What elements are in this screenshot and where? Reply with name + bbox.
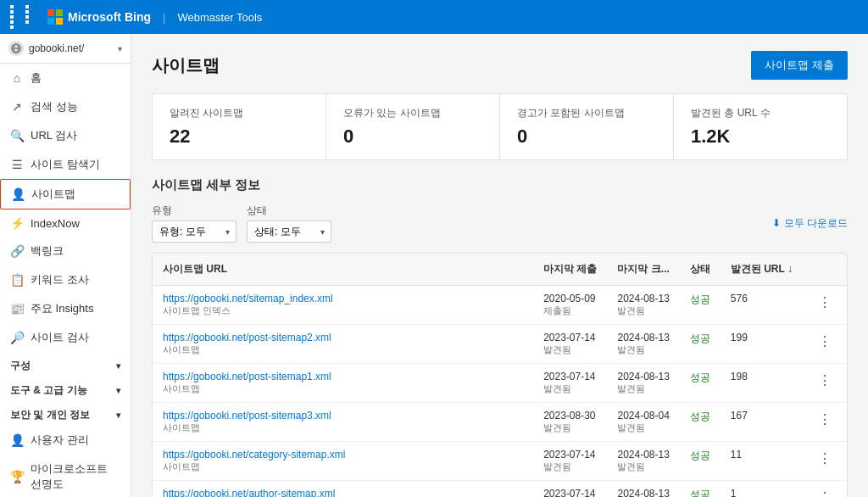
cell-url: https://gobooki.net/author-sitemap.xml 사… [153, 481, 533, 498]
ambassador-icon: 🏆 [10, 470, 24, 483]
col-urls[interactable]: 발견된 URL ↓ [721, 254, 803, 286]
topbar: Microsoft Bing | Webmaster Tools [0, 0, 868, 34]
table-section-title: 사이트맵 세부 정보 [152, 177, 848, 193]
col-url-label: 사이트맵 URL [163, 263, 227, 275]
table-row: https://gobooki.net/post-sitemap3.xml 사이… [153, 403, 847, 442]
download-all-link[interactable]: ⬇ 모두 다운로드 [772, 216, 848, 231]
filter-status-wrapper: 상태: 모두 [247, 221, 331, 243]
stat-total-value: 1.2K [691, 126, 830, 148]
submitted-sub: 발견됨 [543, 461, 597, 473]
nav-item-site-explorer[interactable]: ☰ 사이트 탐색기 [0, 150, 131, 179]
insights-icon: 📰 [10, 302, 24, 316]
filter-type-select[interactable]: 유형: 모두 [152, 221, 236, 243]
section-config[interactable]: 구성 ▾ [0, 352, 131, 377]
nav-item-site-search[interactable]: 🔎 사이트 검사 [0, 323, 131, 352]
row-more-button[interactable]: ⋮ [813, 449, 837, 468]
app-name: Microsoft Bing [68, 10, 151, 24]
nav-item-insights[interactable]: 📰 주요 Insights [0, 294, 131, 323]
submitted-sub: 발견됨 [543, 383, 597, 395]
col-submitted-label: 마지막 제출 [543, 263, 597, 275]
cell-status: 성공 [680, 481, 721, 498]
nav-label-insights: 주요 Insights [31, 301, 93, 316]
sitemap-table: 사이트맵 URL 마지막 제출 마지막 크... 상태 발견된 URL ↓ ht… [153, 254, 847, 497]
config-chevron-icon: ▾ [116, 361, 120, 371]
cell-submitted: 2023-07-14 발견됨 [533, 325, 607, 364]
indexnow-icon: ⚡ [10, 216, 24, 230]
row-more-button[interactable]: ⋮ [813, 410, 837, 429]
crawled-sub: 발견됨 [617, 422, 669, 434]
link-icon: 🔗 [10, 244, 24, 258]
cell-more: ⋮ [803, 364, 847, 403]
nav-label-indexnow: IndexNow [31, 217, 80, 230]
search-icon: 🔍 [10, 129, 24, 142]
row-more-button[interactable]: ⋮ [813, 332, 837, 351]
cell-status: 성공 [680, 442, 721, 481]
status-badge: 성공 [690, 450, 710, 461]
stat-known-sitemaps: 알려진 사이트맵 22 [153, 94, 326, 159]
nav-item-sitemap[interactable]: 👤 사이트맵 [0, 179, 131, 209]
table-header-row: 사이트맵 URL 마지막 제출 마지막 크... 상태 발견된 URL ↓ [153, 254, 847, 286]
cell-crawled: 2024-08-13 발견됨 [607, 364, 679, 403]
submit-sitemap-button[interactable]: 사이트맵 제출 [751, 51, 848, 80]
submitted-date: 2023-07-14 [543, 488, 597, 497]
sitemap-icon: 👤 [11, 187, 25, 201]
submitted-date: 2020-05-09 [543, 293, 597, 304]
nav-label-ambassador: 마이크로소프트 선명도 [31, 461, 120, 492]
sitemap-url-link[interactable]: https://gobooki.net/post-sitemap3.xml [163, 410, 523, 422]
col-urls-label: 발견된 URL ↓ [731, 263, 793, 275]
nav-item-ambassador[interactable]: 🏆 마이크로소프트 선명도 [0, 455, 131, 497]
svg-rect-3 [56, 18, 63, 25]
cell-urls: 167 [721, 403, 803, 442]
row-more-button[interactable]: ⋮ [813, 371, 837, 390]
cell-urls: 199 [721, 325, 803, 364]
cell-crawled: 2024-08-13 발견됨 [607, 481, 679, 498]
status-badge: 성공 [690, 410, 710, 422]
stat-error-value: 0 [343, 126, 482, 148]
nav-item-keyword[interactable]: 📋 키워드 조사 [0, 265, 131, 294]
stat-warning-label: 경고가 포함된 사이트맵 [517, 106, 656, 120]
nav-item-home[interactable]: ⌂ 홈 [0, 64, 131, 92]
sitemap-url-link[interactable]: https://gobooki.net/sitemap_index.xml [163, 293, 523, 304]
sitemap-url-link[interactable]: https://gobooki.net/category-sitemap.xml [163, 449, 523, 461]
cell-url: https://gobooki.net/post-sitemap1.xml 사이… [153, 364, 533, 403]
svg-rect-2 [47, 18, 54, 25]
row-more-button[interactable]: ⋮ [813, 488, 837, 497]
section-tools[interactable]: 도구 & 고급 기능 ▾ [0, 377, 131, 401]
cell-status: 성공 [680, 325, 721, 364]
user-icon: 👤 [10, 433, 24, 447]
filter-type-wrapper: 유형: 모두 [152, 221, 236, 243]
site-name: gobooki.net/ [29, 42, 113, 54]
row-more-button[interactable]: ⋮ [813, 293, 837, 312]
sitemap-url-link[interactable]: https://gobooki.net/author-sitemap.xml [163, 488, 523, 497]
section-privacy[interactable]: 보안 및 개인 정보 ▾ [0, 401, 131, 426]
site-selector[interactable]: gobooki.net/ ▾ [0, 34, 131, 64]
nav-item-indexnow[interactable]: ⚡ IndexNow [0, 209, 131, 237]
sitemap-url-type: 사이트맵 인덱스 [163, 304, 523, 317]
cell-url: https://gobooki.net/sitemap_index.xml 사이… [153, 286, 533, 325]
nav-item-backlinks[interactable]: 🔗 백링크 [0, 237, 131, 265]
sitemap-url-link[interactable]: https://gobooki.net/post-sitemap1.xml [163, 371, 523, 383]
cell-crawled: 2024-08-04 발견됨 [607, 403, 679, 442]
crawled-sub: 발견됨 [617, 461, 669, 473]
crawled-date: 2024-08-04 [617, 410, 669, 422]
cell-url: https://gobooki.net/category-sitemap.xml… [153, 442, 533, 481]
app-grid-icon [10, 5, 39, 29]
sitemap-url-link[interactable]: https://gobooki.net/post-sitemap2.xml [163, 332, 523, 343]
nav-item-user-management[interactable]: 👤 사용자 관리 [0, 426, 131, 455]
svg-rect-1 [56, 9, 63, 16]
list-icon: ☰ [10, 158, 24, 171]
cell-submitted: 2023-07-14 발견됨 [533, 481, 607, 498]
col-status: 상태 [680, 254, 721, 286]
nav-label-url-inspection: URL 검사 [31, 128, 77, 143]
cell-status: 성공 [680, 364, 721, 403]
col-submitted: 마지막 제출 [533, 254, 607, 286]
filter-status-select[interactable]: 상태: 모두 [247, 221, 331, 243]
filter-type-group: 유형 유형: 모두 [152, 204, 236, 243]
nav-item-search-performance[interactable]: ↗ 검색 성능 [0, 92, 131, 121]
nav-label-keyword: 키워드 조사 [31, 272, 89, 288]
cell-crawled: 2024-08-13 발견됨 [607, 325, 679, 364]
nav-item-url-inspection[interactable]: 🔍 URL 검사 [0, 121, 131, 150]
table-row: https://gobooki.net/sitemap_index.xml 사이… [153, 286, 847, 325]
crawled-sub: 발견됨 [617, 304, 669, 317]
site-search-icon: 🔎 [10, 331, 24, 344]
